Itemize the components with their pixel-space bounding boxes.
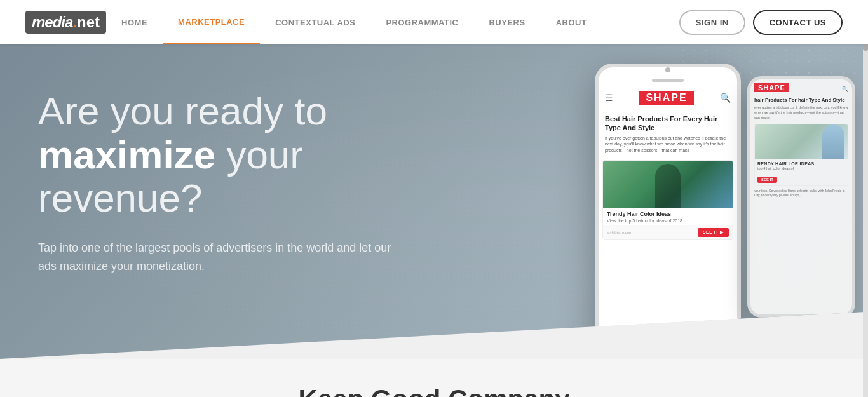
hero-title: Are you ready to maximize your revenue? — [38, 90, 470, 220]
shape-logo: SHAPE — [639, 91, 693, 105]
secondary-article-body: ever gotten a fabulous cut & deflate the… — [754, 105, 848, 120]
ad-source: stylebistro.com — [607, 231, 632, 234]
logo[interactable]: media.net — [25, 11, 106, 34]
phone-secondary-content: SHAPE 🔍 hair Products For hair Type And … — [750, 79, 852, 314]
secondary-article-title: hair Products For hair Type And Style — [754, 97, 848, 104]
phone-secondary: SHAPE 🔍 hair Products For hair Type And … — [747, 76, 855, 318]
phone-content: ☰ SHAPE 🔍 Best Hair Products For Every H… — [599, 87, 737, 340]
ad-footer: stylebistro.com SEE IT ▶ — [603, 225, 733, 239]
shape-logo-secondary: SHAPE — [754, 83, 789, 92]
ad-image — [603, 161, 733, 208]
hero-title-bold: maximize — [38, 133, 215, 177]
logo-media: media — [32, 13, 72, 31]
nav-marketplace[interactable]: MARKETPLACE — [163, 0, 260, 44]
nav-about[interactable]: ABOUT — [541, 0, 602, 44]
nav-programmatic[interactable]: PROGRAMMATIC — [370, 0, 473, 44]
ad-cta-button[interactable]: SEE IT ▶ — [698, 228, 729, 237]
article-body: If you've ever gotten a fabulous cut and… — [599, 135, 737, 158]
hero-section: Are you ready to maximize your revenue? … — [0, 44, 868, 359]
secondary-ad-image — [755, 124, 848, 159]
secondary-body-text: your look. So we asked Harry celebrity s… — [754, 189, 848, 198]
contact-button[interactable]: CONTACT US — [753, 10, 843, 35]
secondary-ad-card: RENDY HAIR LOR IDEAS top 4 hair color id… — [754, 124, 848, 186]
signin-button[interactable]: SIGN IN — [679, 10, 745, 35]
hamburger-icon: ☰ — [605, 93, 613, 103]
keep-company-section: Keep Good Company — [0, 359, 868, 397]
shape-header: ☰ SHAPE 🔍 — [599, 87, 737, 109]
nav-actions: SIGN IN CONTACT US — [679, 10, 843, 35]
hero-title-light: Are you ready to — [38, 89, 327, 133]
scrollbar[interactable] — [863, 0, 868, 397]
search-icon: 🔍 — [720, 93, 731, 103]
ad-card-subtitle: View the top 5 hair color ideas of 2018 — [603, 219, 733, 225]
logo-dot: . — [72, 13, 77, 31]
secondary-ad-btn[interactable]: SEE IT — [757, 177, 777, 183]
logo-net: net — [77, 13, 100, 31]
hero-subtitle: Tap into one of the largest pools of adv… — [38, 239, 407, 276]
article-title: Best Hair Products For Every Hair Type A… — [599, 109, 737, 135]
secondary-ad-subtitle: top 4 hair color ideas of — [755, 166, 848, 172]
ad-card: ▸ Trendy Hair Color Ideas View the top 5… — [602, 160, 733, 240]
phone-mockups: ☰ SHAPE 🔍 Best Hair Products For Every H… — [569, 57, 855, 359]
secondary-ad-person — [822, 124, 844, 159]
nav-home[interactable]: HOME — [106, 0, 163, 44]
nav-buyers[interactable]: BUYERS — [473, 0, 540, 44]
nav-links: HOME MARKETPLACE CONTEXTUAL ADS PROGRAMM… — [106, 0, 679, 44]
phone-primary: ☰ SHAPE 🔍 Best Hair Products For Every H… — [595, 64, 741, 349]
phone-camera — [665, 67, 670, 72]
phone-speaker — [652, 79, 684, 82]
hero-content: Are you ready to maximize your revenue? … — [0, 51, 508, 313]
keep-company-title: Keep Good Company — [25, 384, 843, 397]
navbar: media.net HOME MARKETPLACE CONTEXTUAL AD… — [0, 0, 868, 44]
ad-card-title: Trendy Hair Color Ideas — [603, 208, 733, 219]
secondary-ad-title: RENDY HAIR LOR IDEAS — [755, 159, 848, 166]
nav-contextual-ads[interactable]: CONTEXTUAL ADS — [260, 0, 370, 44]
